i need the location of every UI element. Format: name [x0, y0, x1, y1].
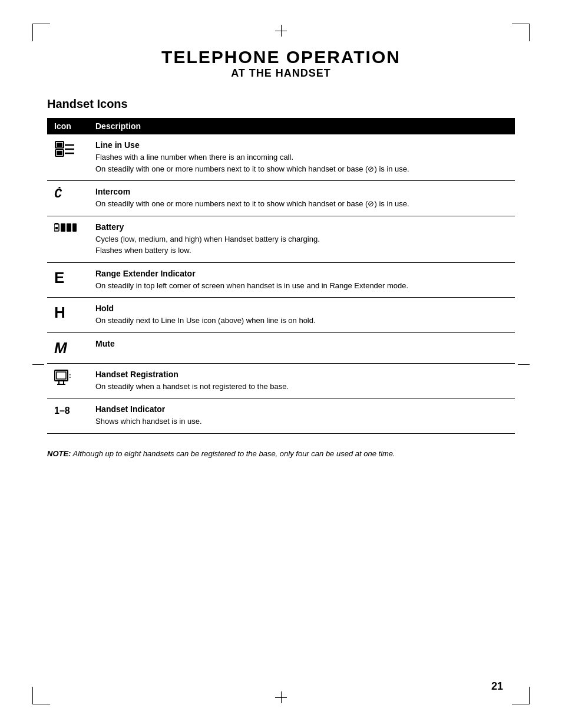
page-title-main: TELEPHONE OPERATION	[47, 47, 515, 67]
icon-cell-mute: M	[47, 332, 88, 363]
desc-title-battery: Battery	[95, 222, 508, 232]
table-body: Line in Use Flashes with a line number w…	[47, 134, 515, 433]
svg-rect-10	[61, 223, 65, 232]
side-mark-left	[32, 364, 44, 365]
note-label: NOTE:	[47, 449, 71, 458]
handset-icons-table: Icon Description	[47, 118, 515, 434]
desc-text-battery-1: Cycles (low, medium, and high) when Hand…	[95, 233, 508, 245]
icon-cell-range: E	[47, 262, 88, 298]
page-title-sub: AT THE HANDSET	[47, 67, 515, 80]
desc-text-line-in-use-1: Flashes with a line number when there is…	[95, 151, 508, 163]
section-heading: Handset Icons	[47, 97, 515, 111]
handset-reg-icon: :	[54, 370, 72, 385]
desc-text-battery-2: Flashes when battery is low.	[95, 245, 508, 256]
battery-icon	[54, 222, 77, 233]
crosshair-top	[275, 25, 287, 37]
table-row: E Range Extender Indicator On steadily i…	[47, 262, 515, 298]
icon-cell-hold: H	[47, 298, 88, 333]
desc-cell-handset-reg: Handset Registration On steadily when a …	[88, 363, 515, 398]
table-row: 1–8 Handset Indicator Shows which handse…	[47, 398, 515, 434]
table-header: Icon Description	[47, 118, 515, 134]
desc-text-range-1: On steadily in top left corner of screen…	[95, 280, 508, 292]
desc-title-handset-reg: Handset Registration	[95, 370, 508, 379]
desc-text-intercom-1: On steadily with one or more numbers nex…	[95, 198, 508, 210]
table-header-row: Icon Description	[47, 118, 515, 134]
corner-mark-top-left	[32, 24, 50, 41]
table-row: H Hold On steadily next to Line In Use i…	[47, 298, 515, 333]
desc-title-hold: Hold	[95, 304, 508, 313]
desc-title-line-in-use: Line in Use	[95, 140, 508, 150]
svg-text::: :	[69, 372, 71, 379]
desc-text-hold-1: On steadily next to Line In Use icon (ab…	[95, 315, 508, 327]
note-text: NOTE: Although up to eight handsets can …	[47, 448, 515, 460]
svg-rect-8	[55, 227, 58, 229]
desc-text-handset-reg-1: On steadily when a handset is not regist…	[95, 381, 508, 393]
desc-text-line-in-use-2: On steadily with one or more numbers nex…	[95, 163, 508, 175]
intercom-icon: Ċ	[54, 187, 62, 202]
svg-rect-3	[57, 151, 62, 155]
desc-text-handset-indicator-1: Shows which handset is in use.	[95, 416, 508, 427]
table-row: Line in Use Flashes with a line number w…	[47, 134, 515, 181]
desc-cell-intercom: Intercom On steadily with one or more nu…	[88, 181, 515, 216]
handset-indicator-icon: 1–8	[54, 406, 70, 416]
desc-title-handset-indicator: Handset Indicator	[95, 404, 508, 414]
icon-cell-intercom: Ċ	[47, 181, 88, 216]
table-row: M Mute	[47, 332, 515, 363]
note-content: Although up to eight handsets can be reg…	[73, 449, 395, 458]
desc-cell-line-in-use: Line in Use Flashes with a line number w…	[88, 134, 515, 181]
col-header-icon: Icon	[47, 118, 88, 134]
icon-cell-handset-indicator: 1–8	[47, 398, 88, 434]
table-row: Battery Cycles (low, medium, and high) w…	[47, 216, 515, 262]
desc-title-range: Range Extender Indicator	[95, 269, 508, 278]
side-mark-right	[518, 364, 530, 365]
desc-cell-hold: Hold On steadily next to Line In Use ico…	[88, 298, 515, 333]
svg-rect-14	[57, 372, 66, 379]
crosshair-bottom	[275, 691, 287, 703]
line-in-use-icon	[54, 140, 75, 158]
corner-mark-bottom-right	[512, 687, 530, 704]
desc-cell-handset-indicator: Handset Indicator Shows which handset is…	[88, 398, 515, 434]
svg-rect-11	[67, 223, 71, 232]
corner-mark-top-right	[512, 24, 530, 41]
page-number: 21	[491, 680, 503, 693]
table-row: : Handset Registration On steadily when …	[47, 363, 515, 398]
icon-cell-handset-reg: :	[47, 363, 88, 398]
desc-title-mute: Mute	[95, 339, 508, 348]
page: TELEPHONE OPERATION AT THE HANDSET Hands…	[0, 0, 562, 728]
mute-icon: M	[54, 339, 67, 357]
desc-cell-mute: Mute	[88, 332, 515, 363]
desc-cell-range: Range Extender Indicator On steadily in …	[88, 262, 515, 298]
hold-icon: H	[54, 304, 65, 321]
svg-rect-1	[57, 143, 62, 147]
range-icon: E	[54, 269, 64, 286]
icon-cell-line-in-use	[47, 134, 88, 181]
desc-title-intercom: Intercom	[95, 187, 508, 196]
svg-rect-9	[55, 223, 58, 224]
col-header-description: Description	[88, 118, 515, 134]
table-row: Ċ Intercom On steadily with one or more …	[47, 181, 515, 216]
desc-cell-battery: Battery Cycles (low, medium, and high) w…	[88, 216, 515, 262]
svg-rect-12	[72, 223, 77, 232]
corner-mark-bottom-left	[32, 687, 50, 704]
icon-cell-battery	[47, 216, 88, 262]
page-title-block: TELEPHONE OPERATION AT THE HANDSET	[47, 47, 515, 80]
